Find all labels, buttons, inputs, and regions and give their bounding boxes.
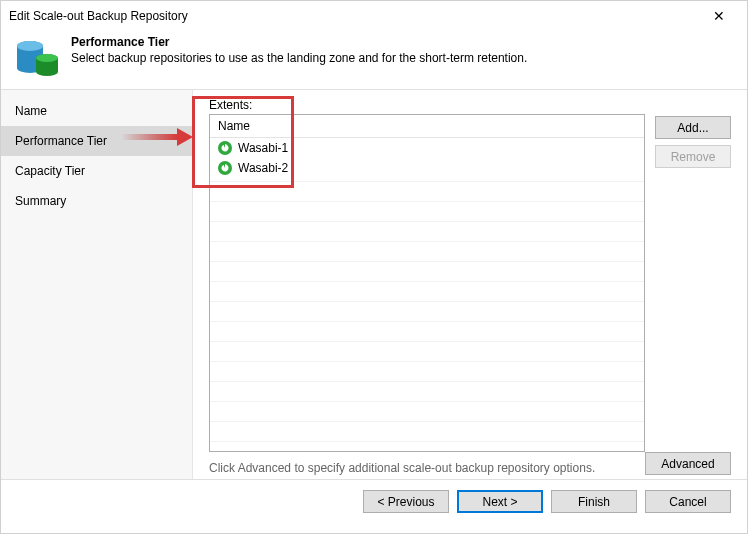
list-item-label: Wasabi-1 — [238, 141, 288, 155]
svg-point-3 — [17, 41, 43, 51]
list-item[interactable]: Wasabi-1 — [210, 138, 644, 158]
titlebar: Edit Scale-out Backup Repository ✕ — [1, 1, 747, 31]
previous-button[interactable]: < Previous — [363, 490, 449, 513]
list-item[interactable]: Wasabi-2 — [210, 158, 644, 178]
remove-button: Remove — [655, 145, 731, 168]
wizard-body: Name Performance Tier Capacity Tier Summ… — [1, 89, 747, 479]
list-item-label: Wasabi-2 — [238, 161, 288, 175]
add-button[interactable]: Add... — [655, 116, 731, 139]
repository-icon — [15, 35, 59, 79]
step-summary[interactable]: Summary — [1, 186, 192, 216]
hint-text: Click Advanced to specify additional sca… — [209, 461, 595, 475]
close-button[interactable]: ✕ — [699, 2, 739, 30]
page-title: Performance Tier — [71, 35, 527, 49]
step-performance-tier[interactable]: Performance Tier — [1, 126, 192, 156]
wizard-header: Performance Tier Select backup repositor… — [1, 31, 747, 89]
repo-status-icon — [218, 141, 232, 155]
advanced-button[interactable]: Advanced — [645, 452, 731, 475]
svg-point-6 — [36, 68, 58, 76]
list-grid-lines — [210, 181, 644, 451]
panel: Extents: Name Wasabi-1 Wasabi-2 — [193, 90, 747, 479]
wizard-steps: Name Performance Tier Capacity Tier Summ… — [1, 90, 193, 479]
step-name[interactable]: Name — [1, 96, 192, 126]
cancel-button[interactable]: Cancel — [645, 490, 731, 513]
svg-point-7 — [36, 54, 58, 62]
extents-list[interactable]: Name Wasabi-1 Wasabi-2 — [209, 114, 645, 452]
step-capacity-tier[interactable]: Capacity Tier — [1, 156, 192, 186]
column-header-name[interactable]: Name — [210, 115, 644, 138]
window-title: Edit Scale-out Backup Repository — [9, 9, 699, 23]
repo-status-icon — [218, 161, 232, 175]
next-button[interactable]: Next > — [457, 490, 543, 513]
extents-label: Extents: — [209, 98, 645, 112]
wizard-footer: < Previous Next > Finish Cancel — [1, 479, 747, 523]
page-subtitle: Select backup repositories to use as the… — [71, 51, 527, 65]
finish-button[interactable]: Finish — [551, 490, 637, 513]
